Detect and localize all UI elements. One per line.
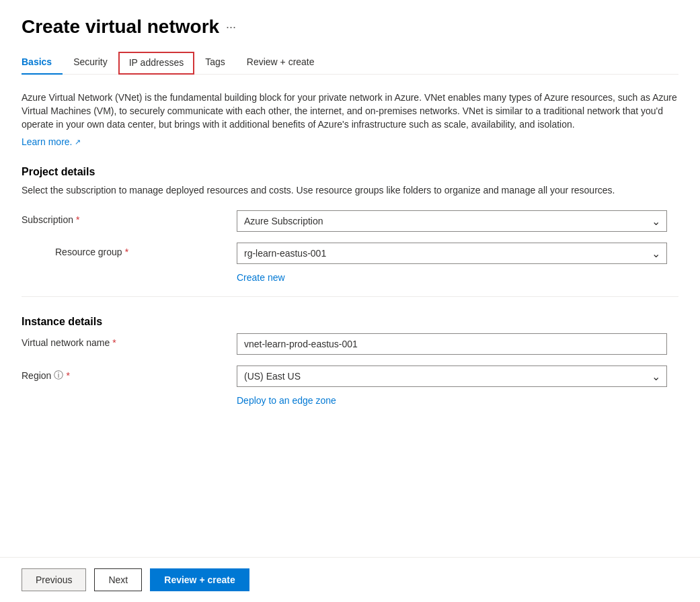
instance-details-header: Instance details <box>22 316 678 328</box>
more-options-icon[interactable]: ··· <box>226 20 236 34</box>
next-button[interactable]: Next <box>94 568 142 591</box>
learn-more-link[interactable]: Learn more. ↗ <box>22 136 81 147</box>
vnet-name-row: Virtual network name * <box>22 333 678 355</box>
subscription-label: Subscription <box>22 214 73 225</box>
tab-basics[interactable]: Basics <box>22 51 63 74</box>
create-new-resource-group-link[interactable]: Create new <box>237 272 285 283</box>
vnet-name-label: Virtual network name <box>22 337 110 348</box>
resource-group-row: Resource group * rg-learn-eastus-001 Cre… <box>22 243 678 283</box>
page-title: Create virtual network <box>22 16 219 38</box>
project-details-header: Project details <box>22 166 678 178</box>
region-dropdown[interactable]: (US) East US <box>237 366 667 387</box>
tab-review-create[interactable]: Review + create <box>236 51 325 74</box>
resource-group-required: * <box>125 247 128 257</box>
project-details-section: Project details Select the subscription … <box>22 166 678 283</box>
deploy-edge-zone-link[interactable]: Deploy to an edge zone <box>237 395 336 406</box>
previous-button[interactable]: Previous <box>22 568 86 591</box>
tab-security[interactable]: Security <box>63 51 118 74</box>
tab-tags[interactable]: Tags <box>194 51 236 74</box>
vnet-name-input[interactable] <box>237 333 667 355</box>
resource-group-dropdown[interactable]: rg-learn-eastus-001 <box>237 243 667 264</box>
tabs-nav: Basics Security IP addresses Tags Review… <box>22 51 678 75</box>
subscription-row: Subscription * Azure Subscription <box>22 210 678 232</box>
region-row: Region ⓘ * (US) East US Deploy to an edg… <box>22 366 678 406</box>
review-create-button[interactable]: Review + create <box>150 568 249 591</box>
region-required: * <box>66 370 69 381</box>
region-info-icon[interactable]: ⓘ <box>54 370 63 382</box>
region-label: Region <box>22 370 51 381</box>
vnet-name-required: * <box>112 337 116 348</box>
resource-group-label: Resource group <box>55 247 122 257</box>
external-link-icon: ↗ <box>75 138 81 146</box>
instance-details-section: Instance details Virtual network name * … <box>22 316 678 406</box>
tab-ip-addresses[interactable]: IP addresses <box>118 52 194 75</box>
subscription-required: * <box>76 214 79 225</box>
vnet-description: Azure Virtual Network (VNet) is the fund… <box>22 91 678 131</box>
bottom-bar: Previous Next Review + create <box>0 557 700 602</box>
project-details-description: Select the subscription to manage deploy… <box>22 183 678 197</box>
subscription-dropdown[interactable]: Azure Subscription <box>237 210 667 232</box>
learn-more-label: Learn more. <box>22 136 72 147</box>
